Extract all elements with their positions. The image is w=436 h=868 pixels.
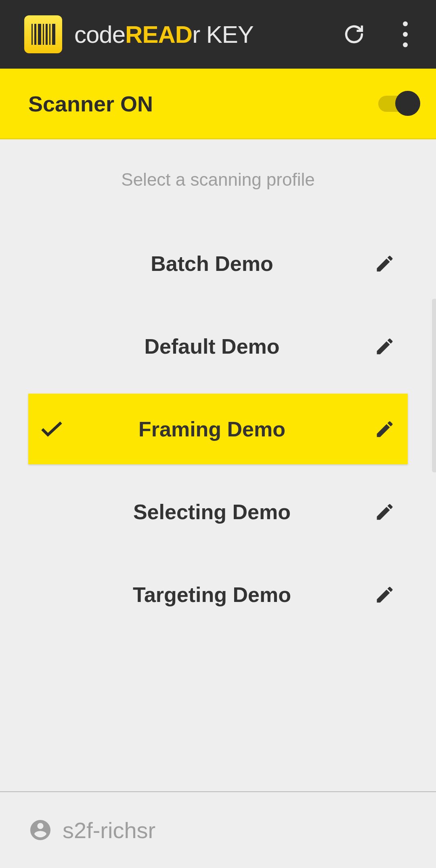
username-label: s2f-richsr <box>63 817 155 843</box>
profile-item-targeting[interactable]: Targeting Demo <box>28 559 408 630</box>
scanner-status-label: Scanner ON <box>28 91 153 116</box>
refresh-icon <box>344 24 365 45</box>
profile-item-selecting[interactable]: Selecting Demo <box>28 476 408 547</box>
profile-name-label: Batch Demo <box>75 252 361 276</box>
header-actions <box>340 17 412 51</box>
check-icon <box>40 421 63 438</box>
more-menu-button[interactable] <box>399 17 412 51</box>
user-icon <box>28 818 52 842</box>
edit-profile-button[interactable] <box>361 580 408 609</box>
scanner-toggle-bar: Scanner ON <box>0 69 436 139</box>
footer: s2f-richsr <box>0 791 436 868</box>
edit-profile-button[interactable] <box>361 497 408 526</box>
pencil-icon <box>374 419 395 440</box>
scanner-toggle[interactable] <box>378 96 418 112</box>
profile-name-label: Framing Demo <box>75 417 361 441</box>
profile-item-batch[interactable]: Batch Demo <box>28 228 408 299</box>
profile-select-subtitle: Select a scanning profile <box>0 139 436 228</box>
app-logo <box>24 15 62 53</box>
profile-name-label: Selecting Demo <box>75 500 361 524</box>
profile-item-framing[interactable]: Framing Demo <box>28 394 408 464</box>
profile-list: Batch Demo Default Demo Framing Demo <box>0 228 436 791</box>
profile-name-label: Default Demo <box>75 334 361 359</box>
profile-item-default[interactable]: Default Demo <box>28 311 408 382</box>
profile-check-slot <box>28 421 75 438</box>
barcode-icon <box>31 24 55 45</box>
pencil-icon <box>374 584 395 605</box>
edit-profile-button[interactable] <box>361 332 408 361</box>
more-dots-icon <box>403 21 408 47</box>
app-header: codeREADr KEY <box>0 0 436 69</box>
app-title: codeREADr KEY <box>74 21 340 48</box>
pencil-icon <box>374 501 395 522</box>
profile-name-label: Targeting Demo <box>75 583 361 607</box>
pencil-icon <box>374 336 395 357</box>
pencil-icon <box>374 253 395 274</box>
refresh-button[interactable] <box>340 20 369 49</box>
scroll-indicator[interactable] <box>432 299 436 472</box>
toggle-knob <box>395 91 420 116</box>
edit-profile-button[interactable] <box>361 415 408 444</box>
edit-profile-button[interactable] <box>361 249 408 278</box>
